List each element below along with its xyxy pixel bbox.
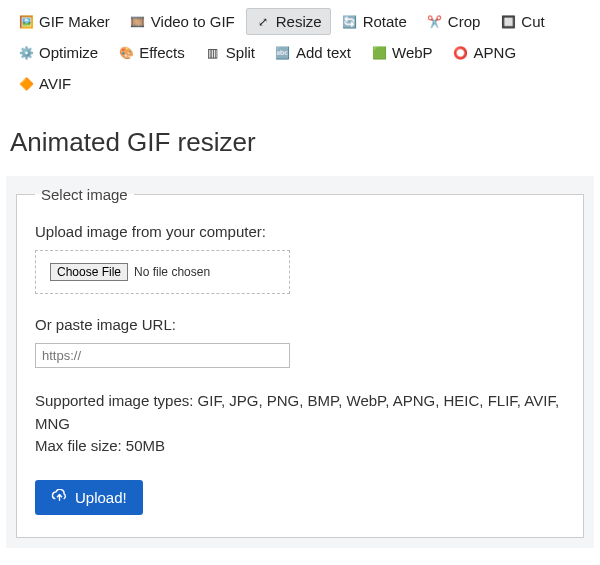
- cut-icon: 🔲: [500, 14, 516, 30]
- nav-label: Effects: [139, 44, 185, 61]
- file-drop-zone[interactable]: Choose File No file chosen: [35, 250, 290, 294]
- video-icon: 🎞️: [130, 14, 146, 30]
- nav-label: Video to GIF: [151, 13, 235, 30]
- nav-label: WebP: [392, 44, 433, 61]
- upload-button-label: Upload!: [75, 489, 127, 506]
- add-text-icon: 🔤: [275, 45, 291, 61]
- nav-apng[interactable]: ⭕APNG: [444, 39, 526, 66]
- nav-label: Split: [226, 44, 255, 61]
- nav-label: Resize: [276, 13, 322, 30]
- choose-file-button[interactable]: Choose File: [50, 263, 128, 281]
- main-panel: Select image Upload image from your comp…: [6, 176, 594, 548]
- max-size: Max file size: 50MB: [35, 435, 565, 458]
- fieldset-legend: Select image: [35, 186, 134, 203]
- nav-add-text[interactable]: 🔤Add text: [266, 39, 360, 66]
- nav-label: Optimize: [39, 44, 98, 61]
- supported-types: Supported image types: GIF, JPG, PNG, BM…: [35, 390, 565, 435]
- rotate-icon: 🔄: [342, 14, 358, 30]
- effects-icon: 🎨: [118, 45, 134, 61]
- gif-maker-icon: 🖼️: [18, 14, 34, 30]
- upload-label: Upload image from your computer:: [35, 223, 565, 240]
- nav-label: APNG: [474, 44, 517, 61]
- nav-gif-maker[interactable]: 🖼️GIF Maker: [9, 8, 119, 35]
- resize-icon: ⤢: [255, 14, 271, 30]
- nav-resize[interactable]: ⤢Resize: [246, 8, 331, 35]
- nav-webp[interactable]: 🟩WebP: [362, 39, 442, 66]
- optimize-icon: ⚙️: [18, 45, 34, 61]
- avif-icon: 🔶: [18, 76, 34, 92]
- nav-avif[interactable]: 🔶AVIF: [9, 70, 80, 97]
- nav-label: AVIF: [39, 75, 71, 92]
- upload-button[interactable]: Upload!: [35, 480, 143, 515]
- nav-cut[interactable]: 🔲Cut: [491, 8, 553, 35]
- page-title: Animated GIF resizer: [10, 127, 600, 158]
- nav-label: GIF Maker: [39, 13, 110, 30]
- nav-label: Add text: [296, 44, 351, 61]
- cloud-upload-icon: [51, 489, 68, 506]
- nav-split[interactable]: ▥Split: [196, 39, 264, 66]
- supported-info: Supported image types: GIF, JPG, PNG, BM…: [35, 390, 565, 458]
- nav-label: Cut: [521, 13, 544, 30]
- file-status-text: No file chosen: [134, 265, 210, 279]
- apng-icon: ⭕: [453, 45, 469, 61]
- nav-label: Rotate: [363, 13, 407, 30]
- top-nav: 🖼️GIF Maker🎞️Video to GIF⤢Resize🔄Rotate✂…: [0, 0, 600, 99]
- nav-label: Crop: [448, 13, 481, 30]
- url-input[interactable]: [35, 343, 290, 368]
- nav-crop[interactable]: ✂️Crop: [418, 8, 490, 35]
- url-label: Or paste image URL:: [35, 316, 565, 333]
- nav-video-to-gif[interactable]: 🎞️Video to GIF: [121, 8, 244, 35]
- nav-rotate[interactable]: 🔄Rotate: [333, 8, 416, 35]
- nav-optimize[interactable]: ⚙️Optimize: [9, 39, 107, 66]
- webp-icon: 🟩: [371, 45, 387, 61]
- split-icon: ▥: [205, 45, 221, 61]
- select-image-fieldset: Select image Upload image from your comp…: [16, 186, 584, 538]
- nav-effects[interactable]: 🎨Effects: [109, 39, 194, 66]
- crop-icon: ✂️: [427, 14, 443, 30]
